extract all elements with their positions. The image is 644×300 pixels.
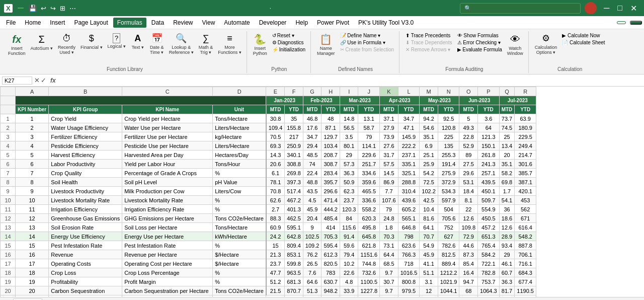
col-o[interactable]: O (459, 87, 478, 96)
table-row[interactable]: 4 4 Pesticide Efficiency Pesticide Use p… (1, 141, 536, 151)
kpi-group-cell[interactable]: Livestock Mortality Rate (49, 196, 122, 205)
col-h[interactable]: H (321, 87, 340, 96)
val-cell[interactable]: 718 (398, 259, 420, 268)
val-cell[interactable]: 562 (515, 205, 536, 214)
val-cell[interactable]: 93.4 (499, 241, 515, 250)
val-cell[interactable]: 79.4 (340, 250, 358, 259)
val-cell[interactable]: 87.3 (459, 250, 478, 259)
val-cell[interactable]: 29.6 (459, 169, 478, 178)
col-b[interactable]: B (49, 87, 122, 96)
val-cell[interactable]: 1151.6 (358, 250, 380, 259)
val-cell[interactable]: 109.2 (303, 241, 321, 250)
val-cell[interactable]: 23.7 (340, 196, 358, 205)
val-cell[interactable]: 20 (499, 151, 515, 160)
kpi-group-cell[interactable]: Fertilizer Efficiency (49, 132, 122, 141)
col-r[interactable]: R (515, 87, 536, 96)
kpi-number-cell[interactable]: 7 (16, 169, 49, 178)
comments-button[interactable] (617, 21, 626, 24)
kpi-group-cell[interactable]: Crop Quality (49, 169, 122, 178)
val-cell[interactable]: 94.2 (420, 114, 438, 123)
val-cell[interactable]: 70.3 (380, 232, 398, 241)
menu-file[interactable]: File (2, 18, 20, 28)
kpi-name-cell[interactable]: Livestock Mortality Rate (122, 196, 213, 205)
val-cell[interactable]: 51.1 (420, 268, 438, 277)
col-a[interactable]: A (16, 87, 49, 96)
menu-pk-utility[interactable]: PK's Utility Tool V3.0 (354, 18, 418, 28)
name-manager-button[interactable]: 📋 NameManager (315, 32, 337, 57)
kpi-group-cell[interactable]: Livestock Productivity (49, 187, 122, 196)
val-cell[interactable]: 645.8 (358, 232, 380, 241)
val-cell[interactable]: 684.3 (515, 268, 536, 277)
val-cell[interactable]: 57.5 (380, 160, 398, 169)
kpi-name-cell[interactable]: Yield per Labor Hour (122, 160, 213, 169)
col-p[interactable]: P (478, 87, 500, 96)
val-cell[interactable]: 257.1 (478, 169, 500, 178)
val-cell[interactable]: 308.8 (285, 160, 303, 169)
table-row[interactable]: 13 13 Soil Erosion Rate Soil Loss per He… (1, 223, 536, 232)
kpi-name-cell[interactable]: Revenue per Hectare (122, 250, 213, 259)
val-cell[interactable]: 6.1 (266, 169, 285, 178)
val-cell[interactable]: 705.3 (321, 232, 340, 241)
kpi-name-cell[interactable]: Pest Infestation Rate (122, 241, 213, 250)
val-cell[interactable]: 80.1 (340, 141, 358, 151)
val-cell[interactable]: 671 (515, 214, 536, 223)
val-cell[interactable]: 812.5 (438, 250, 459, 259)
insert-function-button[interactable]: fx InsertFunction (6, 32, 28, 57)
val-cell[interactable]: 25 (499, 132, 515, 141)
val-cell[interactable]: 783 (321, 268, 340, 277)
table-row[interactable]: 9 9 Livestock Productivity Milk Producti… (1, 187, 536, 196)
kpi-number-cell[interactable]: 10 (16, 196, 49, 205)
autosum-button[interactable]: Σ AutoSum ▾ (29, 32, 55, 52)
val-cell[interactable]: 621.8 (358, 241, 380, 250)
val-cell[interactable]: 121.3 (478, 132, 500, 141)
val-cell[interactable]: 89 (459, 151, 478, 160)
math-trig-button[interactable]: ∑ Math &Trig ▾ (197, 32, 215, 56)
val-cell[interactable]: 79 (358, 132, 380, 141)
kpi-name-cell[interactable]: Profit Margin (122, 277, 213, 286)
val-cell[interactable]: 14.3 (266, 151, 285, 160)
val-cell[interactable]: 963.5 (285, 268, 303, 277)
val-cell[interactable]: 809.4 (285, 241, 303, 250)
val-cell[interactable]: 217 (285, 132, 303, 141)
val-cell[interactable]: 70.8 (266, 187, 285, 196)
val-cell[interactable]: 62.6 (266, 196, 285, 205)
initialization-button[interactable]: ⚡ Initialization (270, 46, 307, 53)
val-cell[interactable]: 237.1 (398, 151, 420, 160)
val-cell[interactable]: 1190.5 (515, 286, 536, 295)
val-cell[interactable]: 53.1 (459, 178, 478, 187)
val-cell[interactable]: 91.4 (340, 232, 358, 241)
kpi-group-cell[interactable]: Operating Costs (49, 259, 122, 268)
val-cell[interactable]: 22 (459, 205, 478, 214)
search-box[interactable]: 🔍 (460, 3, 581, 14)
val-cell[interactable]: 1212.2 (438, 268, 459, 277)
val-cell[interactable]: 9.7 (380, 268, 398, 277)
unit-cell[interactable]: Hectares/Day (213, 151, 266, 160)
val-cell[interactable]: 20.4 (303, 214, 321, 223)
val-cell[interactable]: 70.7 (420, 232, 438, 241)
val-cell[interactable]: 397.3 (285, 178, 303, 187)
reset-button[interactable]: ↺ Reset ▾ (270, 32, 307, 39)
val-cell[interactable]: 485.4 (321, 214, 340, 223)
val-cell[interactable]: 46.1 (499, 259, 515, 268)
val-cell[interactable]: 79 (380, 205, 398, 214)
kpi-group-cell[interactable]: Pesticide Efficiency (49, 141, 122, 151)
val-cell[interactable]: 450.5 (478, 214, 500, 223)
calculation-options-button[interactable]: ⚙ CalculationOptions ▾ (533, 32, 559, 56)
menu-help[interactable]: Help (291, 18, 312, 28)
kpi-number-cell[interactable]: 9 (16, 187, 49, 196)
val-cell[interactable]: 88.3 (266, 214, 285, 223)
val-cell[interactable]: 10.2 (340, 259, 358, 268)
col-f[interactable]: F (285, 87, 303, 96)
kpi-number-cell[interactable]: 3 (16, 132, 49, 141)
unit-cell[interactable]: Tons CO2e/Hectare (213, 286, 266, 295)
kpi-name-cell[interactable]: Operating Cost per Hectare (122, 259, 213, 268)
val-cell[interactable]: 251.7 (358, 160, 380, 169)
val-cell[interactable]: 27.6 (380, 141, 398, 151)
unit-cell[interactable]: Liters/Hectare (213, 123, 266, 132)
val-cell[interactable]: 359.6 (358, 178, 380, 187)
val-cell[interactable]: 51.3 (303, 286, 321, 295)
val-cell[interactable]: 47.1 (398, 123, 420, 132)
val-cell[interactable]: 180.9 (515, 123, 536, 132)
val-cell[interactable]: 6.9 (420, 141, 438, 151)
val-cell[interactable]: 716.1 (515, 259, 536, 268)
